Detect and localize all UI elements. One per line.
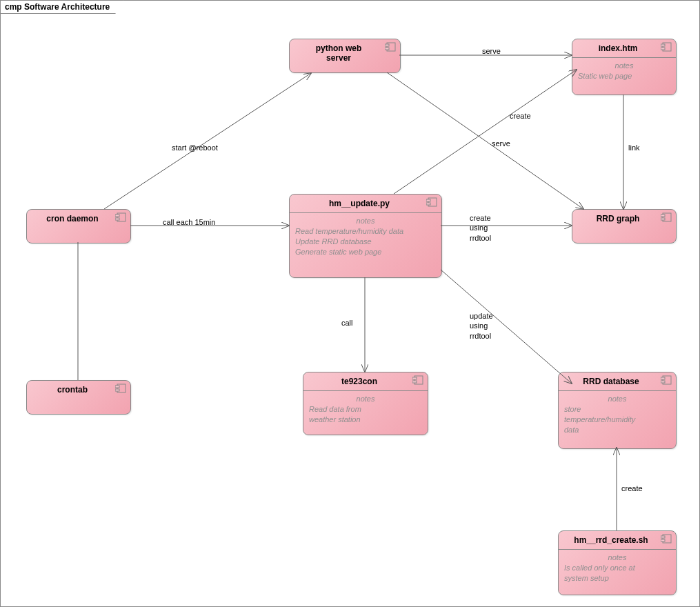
component-rrd-graph: RRD graph bbox=[572, 209, 677, 243]
component-hm-update: hm__update.py notes Read temperature/hum… bbox=[289, 194, 442, 278]
component-index-htm: index.htm notes Static web page bbox=[572, 39, 677, 95]
svg-rect-22 bbox=[661, 377, 665, 379]
svg-rect-25 bbox=[661, 536, 665, 538]
component-title: cron daemon bbox=[46, 214, 98, 223]
svg-rect-17 bbox=[661, 48, 665, 50]
component-python-web-server: python web server bbox=[289, 39, 401, 73]
edge-label-create: create bbox=[510, 111, 531, 121]
notes-label: notes bbox=[309, 394, 422, 404]
svg-line-27 bbox=[104, 73, 311, 209]
component-hm-rrd-create: hm__rrd_create.sh notes Is called only o… bbox=[558, 530, 677, 595]
svg-rect-2 bbox=[115, 218, 119, 220]
notes-label: notes bbox=[295, 216, 436, 226]
component-cron-daemon: cron daemon bbox=[26, 209, 131, 243]
component-icon bbox=[115, 212, 126, 222]
notes-label: notes bbox=[578, 61, 670, 71]
svg-rect-10 bbox=[426, 199, 430, 201]
notes-text: Static web page bbox=[578, 71, 670, 81]
notes-text: Read data from weather station bbox=[309, 404, 422, 425]
svg-rect-13 bbox=[412, 377, 417, 379]
edge-label-call-15min: call each 15min bbox=[163, 217, 215, 227]
component-icon bbox=[412, 375, 423, 385]
svg-rect-26 bbox=[661, 539, 665, 541]
component-icon bbox=[661, 42, 672, 52]
component-title: hm__update.py bbox=[329, 199, 390, 208]
frame-title-tab: cmp Software Architecture bbox=[0, 0, 123, 14]
svg-line-31 bbox=[394, 70, 577, 194]
component-title: RRD database bbox=[583, 377, 639, 386]
svg-rect-4 bbox=[115, 386, 119, 388]
edge-label-start-reboot: start @reboot bbox=[172, 143, 218, 152]
component-title: python web server bbox=[316, 43, 362, 63]
component-icon bbox=[115, 384, 126, 393]
notes-label: notes bbox=[564, 394, 670, 404]
svg-rect-16 bbox=[661, 44, 665, 46]
svg-rect-8 bbox=[385, 48, 389, 50]
svg-line-35 bbox=[387, 72, 583, 209]
svg-rect-1 bbox=[115, 215, 119, 217]
edge-label-update-using: update using rrdtool bbox=[470, 311, 493, 341]
component-icon bbox=[661, 212, 672, 222]
component-icon bbox=[661, 375, 672, 385]
edge-label-call: call bbox=[341, 318, 353, 328]
edge-label-link: link bbox=[628, 143, 640, 152]
component-title: hm__rrd_create.sh bbox=[574, 535, 648, 545]
edge-label-create-using: create using rrdtool bbox=[470, 213, 491, 243]
component-title: index.htm bbox=[599, 43, 638, 53]
edge-label-serve-2: serve bbox=[492, 139, 510, 148]
svg-rect-5 bbox=[115, 389, 119, 391]
component-title: RRD graph bbox=[597, 214, 640, 223]
notes-text: Is called only once at system setup bbox=[564, 563, 670, 584]
component-icon bbox=[661, 534, 672, 544]
notes-text: store temperature/humidity data bbox=[564, 404, 670, 435]
diagram-frame: cmp Software Architecture cron daemon cr… bbox=[0, 0, 700, 607]
notes-label: notes bbox=[564, 553, 670, 563]
notes-text: Read temperature/humidity data Update RR… bbox=[295, 226, 436, 257]
component-crontab: crontab bbox=[26, 380, 131, 415]
svg-rect-7 bbox=[385, 44, 389, 46]
component-title: te923con bbox=[341, 377, 377, 386]
svg-rect-19 bbox=[661, 215, 665, 217]
frame-title: cmp Software Architecture bbox=[5, 2, 110, 12]
component-te923con: te923con notes Read data from weather st… bbox=[303, 372, 428, 435]
component-title: crontab bbox=[57, 385, 88, 395]
component-icon bbox=[385, 42, 396, 52]
svg-rect-23 bbox=[661, 381, 665, 383]
svg-rect-11 bbox=[426, 203, 430, 205]
component-icon bbox=[426, 197, 437, 207]
edge-label-create-db: create bbox=[621, 484, 643, 493]
svg-rect-20 bbox=[661, 218, 665, 220]
svg-rect-14 bbox=[412, 381, 417, 383]
component-rrd-database: RRD database notes store temperature/hum… bbox=[558, 372, 677, 449]
svg-line-33 bbox=[441, 270, 572, 384]
edge-label-serve-1: serve bbox=[482, 46, 501, 56]
